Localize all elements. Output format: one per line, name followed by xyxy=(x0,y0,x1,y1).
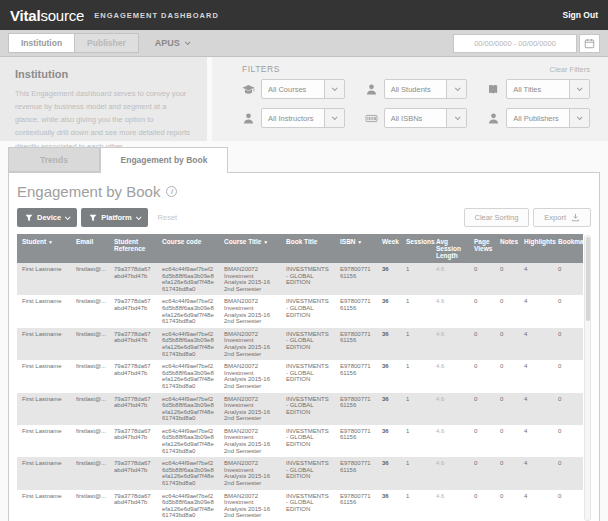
org-value: APUS xyxy=(155,38,180,48)
table-body: First Lastnamefirstlast@...79a3778da67ab… xyxy=(17,263,583,521)
column-header-page-views[interactable]: Page Views xyxy=(469,234,495,263)
publishers-icon xyxy=(487,112,500,125)
table-cell: 79a3778da67abd47bd47b xyxy=(109,425,157,457)
table-cell: 4.6 xyxy=(431,328,469,360)
table-cell: 79a3778da67abd47bd47b xyxy=(109,263,157,295)
table-cell: 4 xyxy=(519,328,553,360)
platform-filter-button[interactable]: Platform xyxy=(81,208,147,227)
export-label: Export xyxy=(544,213,566,222)
date-range xyxy=(453,34,600,53)
table-cell: 36 xyxy=(377,328,401,360)
table-cell: 4.6 xyxy=(431,360,469,392)
filter-select-all-students[interactable]: All Students xyxy=(384,79,468,99)
table-cell: BMAN20072 Investment Analysis 2015-16 2n… xyxy=(219,328,281,360)
column-header-highlights[interactable]: Highlights xyxy=(519,234,553,263)
table-cell: 79a3778da67abd47bd47b xyxy=(109,457,157,489)
column-header-student-reference[interactable]: Student Reference xyxy=(109,234,157,263)
table-cell: firstlast@... xyxy=(71,328,109,360)
column-header-isbn[interactable]: ISBN ▼ xyxy=(335,234,377,263)
app-title: ENGAGEMENT DASHBOARD xyxy=(94,11,219,20)
topbar: Vitalsource ENGAGEMENT DASHBOARD Sign Ou… xyxy=(0,0,608,30)
column-header-week[interactable]: Week xyxy=(377,234,401,263)
sort-desc-icon: ▼ xyxy=(48,239,53,245)
calendar-button[interactable] xyxy=(579,34,600,53)
table-row: First Lastnamefirstlast@...79a3778da67ab… xyxy=(17,425,583,457)
clear-sorting-label: Clear Sorting xyxy=(475,213,519,222)
table-cell: ec64c44f9aef7bef26d5b88f6aa3b09e8efa126e… xyxy=(157,328,219,360)
table-cell: 0 xyxy=(469,457,495,489)
table-cell: firstlast@... xyxy=(71,263,109,295)
table-cell: 4 xyxy=(519,457,553,489)
tab-trends[interactable]: Trends xyxy=(8,147,100,172)
content-tabs: TrendsEngagement by Book xyxy=(0,147,608,172)
table-cell: 0 xyxy=(495,490,519,521)
table-cell: firstlast@... xyxy=(71,425,109,457)
table-cell: 4 xyxy=(519,360,553,392)
table-cell: ec64c44f9aef7bef26d5b88f6aa3b09e8efa126e… xyxy=(157,295,219,327)
org-selector[interactable]: APUS xyxy=(155,38,189,48)
chevron-down-icon xyxy=(65,214,71,220)
table-cell: 79a3778da67abd47bd47b xyxy=(109,328,157,360)
table-cell: 0 xyxy=(495,457,519,489)
table-cell: BMAN20072 Investment Analysis 2015-16 2n… xyxy=(219,360,281,392)
table-cell: 79a3778da67abd47bd47b xyxy=(109,490,157,521)
table-cell: BMAN20072 Investment Analysis 2015-16 2n… xyxy=(219,425,281,457)
vitalsource-logo: Vitalsource xyxy=(10,7,84,24)
table-cell: 1 xyxy=(401,360,431,392)
column-header-avg-session-length[interactable]: Avg Session Length xyxy=(431,234,469,263)
vertical-scrollbar-thumb[interactable] xyxy=(586,237,590,321)
scope-tab-institution[interactable]: Institution xyxy=(8,33,75,53)
table-cell: 0 xyxy=(553,393,583,425)
column-header-course-code[interactable]: Course code xyxy=(157,234,219,263)
filter-value: All Publishers xyxy=(507,114,569,123)
device-filter-button[interactable]: Device xyxy=(17,208,77,227)
institution-panel-description: This Engagement dashboard serves to conv… xyxy=(15,87,192,153)
column-header-book-title[interactable]: Book Title xyxy=(281,234,335,263)
table-cell: 4 xyxy=(519,393,553,425)
scope-tabs: InstitutionPublisher xyxy=(8,33,139,53)
column-header-email[interactable]: Email xyxy=(71,234,109,263)
vertical-scrollbar[interactable] xyxy=(584,235,591,521)
table-cell: First Lastname xyxy=(17,360,71,392)
column-header-student[interactable]: Student ▼ xyxy=(17,234,71,263)
filter-select-all-isbns[interactable]: All ISBNs xyxy=(384,108,468,128)
reset-link[interactable]: Reset xyxy=(158,213,178,222)
table-cell: 36 xyxy=(377,490,401,521)
table-cell: 0 xyxy=(495,328,519,360)
info-icon[interactable]: i xyxy=(166,186,177,197)
table-cell: 1 xyxy=(401,328,431,360)
report-title: Engagement by Book i xyxy=(17,183,591,200)
table-cell: ec64c44f9aef7bef26d5b88f6aa3b09e8efa126e… xyxy=(157,393,219,425)
tab-engagement-by-book[interactable]: Engagement by Book xyxy=(100,147,228,173)
table-cell: 0 xyxy=(553,295,583,327)
scope-tab-publisher[interactable]: Publisher xyxy=(75,33,139,53)
sign-out-link[interactable]: Sign Out xyxy=(563,10,598,20)
export-button[interactable]: Export xyxy=(533,208,591,227)
table-cell: 0 xyxy=(553,328,583,360)
filter-select-all-courses[interactable]: All Courses xyxy=(261,79,345,99)
table-cell: 79a3778da67abd47bd47b xyxy=(109,295,157,327)
table-cell: 0 xyxy=(495,263,519,295)
filter-select-all-instructors[interactable]: All Instructors xyxy=(261,108,345,128)
table-cell: First Lastname xyxy=(17,295,71,327)
table-cell: First Lastname xyxy=(17,328,71,360)
column-header-sessions[interactable]: Sessions xyxy=(401,234,431,263)
table-row: First Lastnamefirstlast@...79a3778da67ab… xyxy=(17,295,583,327)
column-header-bookmarks[interactable]: Bookmarks xyxy=(553,234,583,263)
sort-desc-icon: ▼ xyxy=(357,239,362,245)
filter-select-all-titles[interactable]: All Titles xyxy=(506,79,590,99)
courses-icon xyxy=(242,83,255,96)
table-cell: 4.6 xyxy=(431,490,469,521)
column-header-course-title[interactable]: Course Title ▼ xyxy=(219,234,281,263)
chevron-down-icon xyxy=(135,214,141,220)
chevron-down-icon xyxy=(185,39,191,45)
date-range-input[interactable] xyxy=(453,34,577,53)
table-cell: 4.6 xyxy=(431,263,469,295)
column-header-notes[interactable]: Notes xyxy=(495,234,519,263)
chevron-down-icon xyxy=(569,109,589,127)
table-cell: 36 xyxy=(377,360,401,392)
clear-sorting-button[interactable]: Clear Sorting xyxy=(464,208,530,227)
table-cell: E9780077161156 xyxy=(335,393,377,425)
clear-filters-link[interactable]: Clear Filters xyxy=(550,65,590,74)
filter-select-all-publishers[interactable]: All Publishers xyxy=(506,108,590,128)
